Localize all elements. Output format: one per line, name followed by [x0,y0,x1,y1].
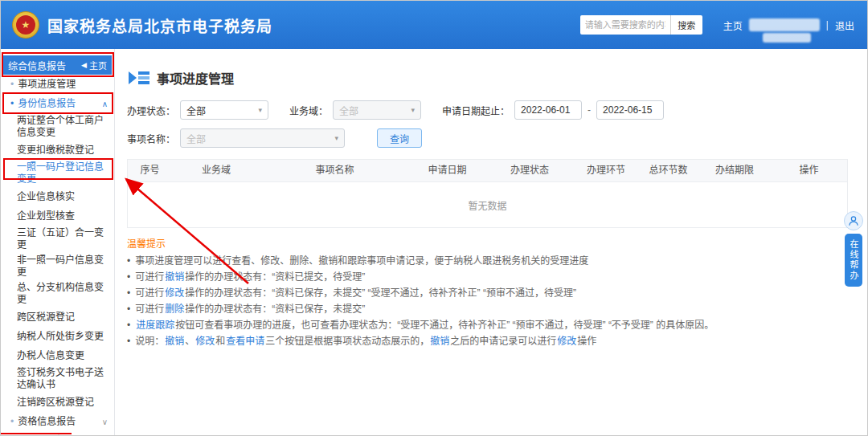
domain-filter-label: 业务域： [289,104,328,117]
search-group: 搜索 [580,15,702,35]
table-header-cell: 业务域 [172,160,260,181]
search-input[interactable] [580,15,670,35]
date-range-filter-group: 申请日期起止： 2022-06-01 - 2022-06-15 [442,100,664,120]
sidebar-back-home[interactable]: ◀ 主页 [81,59,107,71]
tip-text: 操作的办理状态有：“资料已保存，未提交” [185,304,365,315]
table-empty-state: 暂无数据 [128,182,847,227]
tip-line-text: 事项进度管理可以进行查看、修改、删除、撤销和跟踪事项申请记录，便于纳税人跟进税务… [135,255,588,268]
sidebar-item[interactable]: 签订税务文书电子送达确认书 [1,365,114,393]
sidebar-item[interactable]: 企业信息核实 [1,187,114,206]
sidebar-item[interactable]: 总、分支机构信息变更 [1,280,114,308]
bullet-icon: • [127,319,130,332]
sidebar-item[interactable]: •资格信息报告∨ [1,412,114,431]
header-divider: | [826,19,829,31]
tip-line-text: 可进行删除操作的办理状态有：“资料已保存，未提交” [135,303,365,316]
sidebar-item[interactable]: 纳税人所处街乡变更 [1,327,114,346]
chevron-up-icon: ∧ [102,98,108,110]
tip-text: 操作的办理状态有：“资料已保存，未提交” “受理不通过，待补齐补正” “预审不通… [185,287,576,299]
table-header-cell: 申请日期 [409,160,485,181]
sidebar-item-label: 三证（五证）合一变更 [17,227,108,251]
tips-section: 温馨提示 •事项进度管理可以进行查看、修改、删除、撤销和跟踪事项申请记录，便于纳… [127,236,848,348]
bullet-icon: • [127,271,130,284]
bullet-icon: • [10,435,14,436]
main-content: 事项进度管理 办理状态： 全部 ▾ 业务域： 全部 ▾ 申请日期起止： 2022… [116,49,867,435]
table-header-cell: 总环节数 [638,160,698,181]
sidebar-item-label: 注销跨区税源登记 [17,397,108,409]
tip-text: 事项进度管理可以进行查看、修改、删除、撤销和跟踪事项申请记录，便于纳税人跟进税务… [135,255,588,267]
chevron-down-icon: ▾ [258,106,262,114]
chevron-down-icon: ▾ [411,106,416,114]
result-table: 序号业务域事项名称申请日期办理状态办理环节总环节数办结期限操作 暂无数据 [127,159,848,228]
sidebar-section-title: 综合信息报告 [8,59,66,72]
sidebar-item-label: 非一照一码户信息变更 [17,255,108,279]
emblem-star-icon: ★ [16,15,35,35]
bullet-icon: • [127,303,130,316]
bullet-icon: • [127,287,130,300]
list-play-icon [127,68,151,88]
item-name-select[interactable]: 全部 ▾ [180,128,345,148]
tip-keyword: 修改 [164,287,185,299]
status-select[interactable]: 全部 ▾ [180,100,268,120]
sidebar-nav: •事项进度管理•身份信息报告∧两证整合个体工商户信息变更变更扣缴税款登记一照一码… [1,75,114,435]
tip-keyword: 删除 [164,304,185,315]
sidebar-item[interactable]: 企业划型核查 [1,206,114,226]
sidebar-item[interactable]: 办税人信息变更 [1,346,114,365]
sidebar-item-label: 跨区税源登记 [17,312,108,324]
chevron-down-icon: ∨ [102,435,108,436]
sidebar-item-label: 签订税务文书电子送达确认书 [17,367,108,391]
sidebar-section-header[interactable]: 综合信息报告 ◀ 主页 [3,55,112,75]
sidebar-item[interactable]: 注销跨区税源登记 [1,393,114,412]
sidebar-item-label: 两证整合个体工商户信息变更 [17,115,108,139]
back-arrow-icon: ◀ [81,61,87,69]
sidebar-item-label: 纳税人所处街乡变更 [17,331,108,343]
logout-link[interactable]: 退出 [835,18,854,32]
tip-keyword: 进度跟踪 [135,320,175,331]
sidebar-item[interactable]: 两证整合个体工商户信息变更 [1,113,114,141]
domain-filter-group: 业务域： 全部 ▾ [289,100,421,120]
sidebar-item-label: 事项进度管理 [18,79,108,91]
date-from-input[interactable]: 2022-06-01 [514,100,582,120]
table-header-cell: 操作 [771,160,847,181]
tips-list: •事项进度管理可以进行查看、修改、删除、撤销和跟踪事项申请记录，便于纳税人跟进税… [127,255,848,348]
tip-text: 和 [215,336,225,347]
domain-select-value: 全部 [339,104,358,117]
date-to-input[interactable]: 2022-06-15 [596,100,664,120]
tip-text: 说明： [135,336,164,347]
tip-text: 操作的办理状态有：“资料已提交，待受理” [185,271,365,283]
sidebar-item-label: 企业划型核查 [17,210,108,222]
online-help-widget: 在线帮办 [844,211,863,287]
sidebar-item[interactable]: 跨区税源登记 [1,308,114,327]
status-filter-group: 办理状态： 全部 ▾ [127,100,268,120]
sidebar-item-label: 变更扣缴税款登记 [17,145,108,157]
sidebar-item-label: 企业信息核实 [17,191,108,203]
tip-keyword: 撤销 [164,336,185,347]
sidebar-item[interactable]: •事项进度管理 [1,75,114,94]
tip-text: 可进行 [135,271,164,283]
sidebar-back-home-label: 主页 [89,59,107,71]
query-button[interactable]: 查询 [377,128,422,148]
national-emblem-logo: ★ [12,11,39,39]
item-name-filter-group: 事项名称： 全部 ▾ [127,128,345,148]
tip-line: •可进行修改操作的办理状态有：“资料已保存，未提交” “受理不通过，待补齐补正”… [127,287,848,300]
page-title-row: 事项进度管理 [127,68,848,88]
tip-text: 之后的申请记录可以进行 [450,336,556,347]
sidebar-item[interactable]: 变更扣缴税款登记 [1,141,114,160]
domain-select[interactable]: 全部 ▾ [333,100,421,120]
tip-keyword: 修改 [194,336,215,347]
filter-row-2: 事项名称： 全部 ▾ 查询 [127,128,848,148]
sidebar-item-label: 身份信息报告 [18,98,101,110]
home-link[interactable]: 主页 [723,18,743,32]
sidebar-item[interactable]: 三证（五证）合一变更 [1,226,114,253]
tips-title: 温馨提示 [127,236,848,250]
person-icon[interactable] [844,211,863,230]
sidebar-item-label: 制度信息报告 [18,435,101,436]
sidebar-item[interactable]: •身份信息报告∧ [1,94,114,113]
search-button[interactable]: 搜索 [670,15,702,35]
page-title: 事项进度管理 [157,68,234,88]
online-help-button[interactable]: 在线帮办 [845,234,862,287]
tip-line: •可进行撤销操作的办理状态有：“资料已提交，待受理” [127,271,848,284]
sidebar-item[interactable]: 一照一码户登记信息变更 [1,160,114,187]
sidebar-item[interactable]: 非一照一码户信息变更 [1,253,114,280]
date-separator: - [588,104,591,116]
tip-text: 按钮可查看事项办理的进度，也可查看办理状态为：“受理不通过，待补齐补正” “预审… [175,320,714,331]
